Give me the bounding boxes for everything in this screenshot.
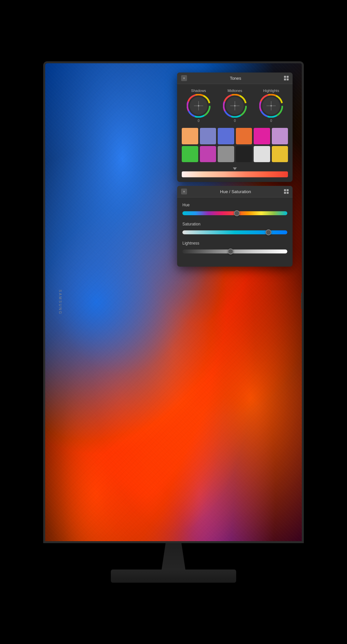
tones-panel-title: Tones bbox=[187, 76, 284, 81]
color-swatches bbox=[180, 128, 289, 162]
highlights-wheel[interactable] bbox=[259, 94, 283, 118]
lightness-thumb[interactable] bbox=[228, 249, 234, 254]
midtones-value: 0 bbox=[234, 119, 236, 123]
monitor-body: SAMSUNG × Tones bbox=[43, 61, 304, 543]
swatch-dark-orange[interactable] bbox=[236, 128, 252, 144]
monitor-stand-neck bbox=[160, 543, 187, 570]
hue-track[interactable] bbox=[182, 211, 287, 215]
tones-wheels-row: Shadows bbox=[180, 89, 289, 123]
hue-section: Hue bbox=[182, 203, 287, 217]
lightness-label: Lightness bbox=[182, 241, 287, 246]
brand-label: SAMSUNG bbox=[58, 290, 62, 315]
hue-sat-menu-icon[interactable] bbox=[284, 189, 289, 194]
swatch-yellow[interactable] bbox=[272, 146, 288, 162]
gradient-triangle bbox=[233, 167, 237, 170]
sat-thumb[interactable] bbox=[266, 229, 271, 235]
gradient-bar-tones[interactable] bbox=[182, 171, 288, 177]
shadows-label: Shadows bbox=[191, 89, 206, 93]
swatch-blue-purple[interactable] bbox=[200, 128, 216, 144]
swatch-blue[interactable] bbox=[218, 128, 234, 144]
lightness-section: Lightness bbox=[182, 241, 287, 255]
svg-point-33 bbox=[270, 105, 272, 106]
hue-sat-panel-header: × Hue / Saturation bbox=[177, 186, 293, 197]
gradient-row bbox=[180, 167, 289, 177]
tones-panel: × Tones Shadows bbox=[177, 73, 293, 182]
tones-close-button[interactable]: × bbox=[181, 75, 187, 81]
svg-point-22 bbox=[234, 105, 236, 106]
highlights-label: Highlights bbox=[263, 89, 279, 93]
screen: SAMSUNG × Tones bbox=[45, 63, 302, 541]
hue-sat-close-button[interactable]: × bbox=[181, 189, 187, 194]
swatch-purple[interactable] bbox=[200, 146, 216, 162]
midtones-label: Midtones bbox=[228, 89, 242, 93]
saturation-section: Saturation bbox=[182, 222, 287, 236]
sat-slider-wrapper[interactable] bbox=[182, 229, 287, 236]
tones-panel-header: × Tones bbox=[177, 73, 293, 84]
tones-panel-content: Shadows bbox=[177, 84, 293, 182]
swatch-gray[interactable] bbox=[218, 146, 234, 162]
shadows-value: 0 bbox=[198, 119, 200, 123]
monitor-wrapper: SAMSUNG × Tones bbox=[43, 61, 304, 583]
hue-thumb[interactable] bbox=[234, 210, 240, 216]
highlights-wheel-item: Highlights bbox=[259, 89, 283, 123]
midtones-wheel-item: Midtones bbox=[223, 89, 247, 123]
svg-point-11 bbox=[198, 105, 199, 106]
hue-sat-panel: × Hue / Saturation Hue bbox=[177, 186, 293, 267]
swatch-magenta[interactable] bbox=[254, 128, 270, 144]
tones-menu-icon[interactable] bbox=[284, 76, 289, 80]
swatch-green[interactable] bbox=[182, 146, 198, 162]
highlights-value: 0 bbox=[270, 119, 272, 123]
swatch-light-gray[interactable] bbox=[254, 146, 270, 162]
side-button[interactable] bbox=[301, 293, 302, 309]
hue-sat-content: Hue Saturation bbox=[177, 197, 293, 267]
swatch-orange[interactable] bbox=[182, 128, 198, 144]
swatch-lavender[interactable] bbox=[272, 128, 288, 144]
lightness-slider-wrapper[interactable] bbox=[182, 248, 287, 255]
swatch-black[interactable] bbox=[236, 146, 252, 162]
hue-sat-panel-title: Hue / Saturation bbox=[187, 189, 284, 194]
sat-track[interactable] bbox=[182, 230, 287, 234]
hue-slider-wrapper[interactable] bbox=[182, 210, 287, 217]
panels-area: × Tones Shadows bbox=[177, 73, 293, 267]
saturation-label: Saturation bbox=[182, 222, 287, 226]
hue-label: Hue bbox=[182, 203, 287, 207]
shadows-wheel[interactable] bbox=[187, 94, 210, 118]
midtones-wheel[interactable] bbox=[223, 94, 247, 118]
lightness-track[interactable] bbox=[182, 249, 287, 253]
shadows-wheel-item: Shadows bbox=[187, 89, 210, 123]
monitor-stand-base bbox=[111, 570, 236, 583]
